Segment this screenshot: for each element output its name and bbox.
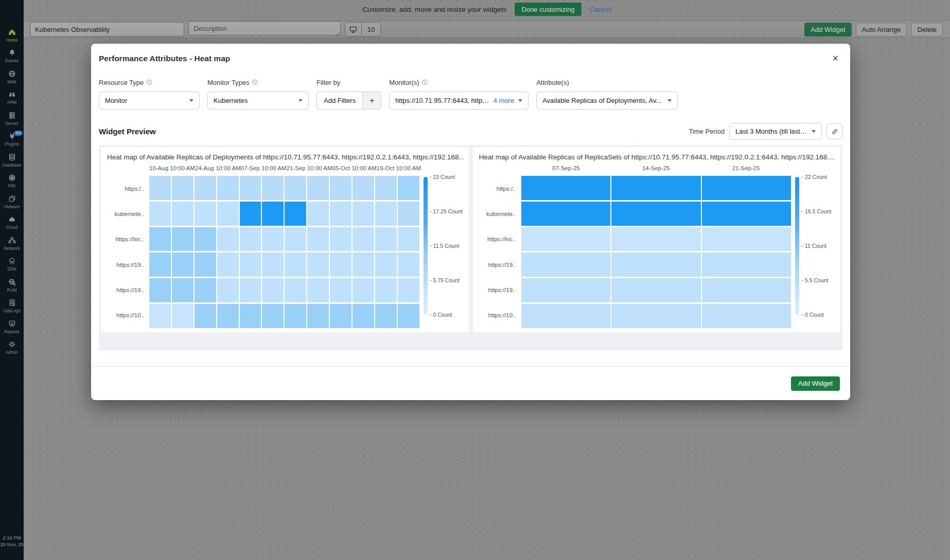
heatmap-cell[interactable]	[398, 176, 419, 200]
heatmap-cell[interactable]	[330, 202, 351, 226]
heatmap-cell[interactable]	[172, 252, 193, 277]
dashboard-title-input[interactable]	[30, 22, 184, 37]
add-widget-toolbar-button[interactable]: Add Widget	[804, 23, 851, 37]
heatmap-cell[interactable]	[307, 202, 329, 226]
sidebar-item-k8s[interactable]: K8s	[0, 171, 24, 192]
heatmap-cell[interactable]	[217, 176, 239, 200]
time-period-select[interactable]: Last 3 Months (till last m...	[729, 123, 822, 140]
heatmap-cell[interactable]	[353, 176, 374, 200]
heatmap-cell[interactable]	[240, 202, 261, 226]
heatmap-cell[interactable]	[262, 202, 284, 226]
heatmap-cell[interactable]	[521, 227, 611, 251]
heatmap-cell[interactable]	[240, 278, 261, 302]
close-icon[interactable]: ✕	[832, 55, 839, 63]
heatmap-cell[interactable]	[149, 176, 171, 200]
heatmap-cell[interactable]	[375, 202, 397, 226]
heatmap-cell[interactable]	[285, 278, 306, 302]
heatmap-cell[interactable]	[149, 304, 171, 328]
heatmap-cell[interactable]	[285, 176, 306, 200]
attributes-select[interactable]: Available Replicas of Deployments, Av...	[536, 92, 678, 110]
heatmap-cell[interactable]	[702, 278, 791, 302]
screen-count-control[interactable]: 10	[345, 22, 381, 37]
heatmap-cell[interactable]	[611, 176, 701, 200]
heatmap-cell[interactable]	[262, 304, 284, 328]
heatmap-cell[interactable]	[521, 304, 611, 328]
dashboard-description-input[interactable]	[188, 21, 341, 35]
heatmap-cell[interactable]	[353, 278, 374, 302]
heatmap-cell[interactable]	[611, 304, 701, 328]
add-filter-plus-button[interactable]: +	[362, 92, 381, 110]
sidebar-item-vmware[interactable]: VMware	[0, 191, 24, 212]
heatmap-cell[interactable]	[521, 176, 611, 200]
heatmap-cell[interactable]	[521, 278, 611, 302]
heatmap-cell[interactable]	[285, 227, 306, 251]
heatmap-cell[interactable]	[149, 202, 171, 226]
sidebar-item-plugins[interactable]: Plugins69	[0, 129, 24, 150]
heatmap-cell[interactable]	[398, 202, 419, 226]
heatmap-cell[interactable]	[172, 202, 193, 226]
cancel-link[interactable]: Cancel	[590, 6, 611, 13]
resource-type-select[interactable]: Monitor	[99, 92, 200, 110]
sidebar-item-server[interactable]: Server	[0, 108, 24, 129]
heatmap-cell[interactable]	[307, 176, 329, 200]
sidebar-item-events[interactable]: Events	[0, 46, 24, 67]
heatmap-cell[interactable]	[195, 176, 216, 200]
heatmap-cell[interactable]	[262, 176, 284, 200]
heatmap-cell[interactable]	[285, 304, 306, 328]
heatmap-cell[interactable]	[375, 304, 397, 328]
heatmap-cell[interactable]	[375, 176, 397, 200]
sidebar-item-web[interactable]: Web	[0, 66, 24, 87]
heatmap-cell[interactable]	[195, 252, 216, 277]
heatmap-cell[interactable]	[217, 227, 239, 251]
heatmap-cell[interactable]	[375, 252, 397, 277]
heatmap-cell[interactable]	[307, 278, 329, 302]
heatmap-cell[interactable]	[217, 304, 239, 328]
heatmap-cell[interactable]	[307, 227, 329, 251]
heatmap-cell[interactable]	[262, 278, 284, 302]
heatmap-cell[interactable]	[330, 227, 351, 251]
sidebar-item-admin[interactable]: Admin	[0, 337, 24, 358]
heatmap-cell[interactable]	[195, 202, 216, 226]
monitors-select[interactable]: https://10.71.95.77:6443, https://192.0.…	[389, 92, 529, 110]
delete-button[interactable]: Delete	[911, 23, 943, 37]
heatmap-cell[interactable]	[307, 252, 329, 277]
heatmap-cell[interactable]	[149, 252, 171, 277]
done-customizing-button[interactable]: Done customizing	[515, 3, 581, 16]
heatmap-cell[interactable]	[330, 176, 351, 200]
heatmap-cell[interactable]	[702, 252, 791, 277]
heatmap-cell[interactable]	[398, 227, 419, 251]
heatmap-cell[interactable]	[240, 176, 261, 200]
heatmap-cell[interactable]	[353, 227, 374, 251]
heatmap-cell[interactable]	[702, 304, 791, 328]
sidebar-item-database[interactable]: Database	[0, 150, 24, 171]
heatmap-cell[interactable]	[307, 304, 329, 328]
heatmap-cell[interactable]	[611, 278, 701, 302]
heatmap-cell[interactable]	[240, 227, 261, 251]
sidebar-item-network[interactable]: Network	[0, 233, 24, 254]
heatmap-cell[interactable]	[611, 227, 701, 251]
sidebar-item-applogs[interactable]: AppLogs	[0, 296, 24, 317]
info-icon[interactable]: ⓘ	[252, 79, 258, 86]
modal-add-widget-button[interactable]: Add Widget	[791, 376, 840, 391]
heatmap-cell[interactable]	[172, 227, 193, 251]
heatmap-cell[interactable]	[353, 202, 374, 226]
heatmap-cell[interactable]	[217, 202, 239, 226]
add-filters-button[interactable]: Add Filters	[316, 92, 362, 110]
heatmap-cell[interactable]	[375, 227, 397, 251]
sidebar-item-reports[interactable]: Reports	[0, 316, 24, 337]
heatmap-cell[interactable]	[217, 278, 239, 302]
heatmap-cell[interactable]	[353, 252, 374, 277]
monitor-types-select[interactable]: Kubernetes	[207, 92, 309, 110]
heatmap-cell[interactable]	[375, 278, 397, 302]
heatmap-cell[interactable]	[521, 252, 611, 277]
heatmap-cell[interactable]	[149, 227, 171, 251]
heatmap-cell[interactable]	[262, 252, 284, 277]
heatmap-cell[interactable]	[195, 278, 216, 302]
info-icon[interactable]: ⓘ	[146, 79, 152, 86]
heatmap-cell[interactable]	[240, 252, 261, 277]
heatmap-cell[interactable]	[611, 202, 701, 226]
heatmap-cell[interactable]	[195, 227, 216, 251]
heatmap-cell[interactable]	[398, 304, 419, 328]
heatmap-cell[interactable]	[217, 252, 239, 277]
heatmap-cell[interactable]	[172, 176, 193, 200]
